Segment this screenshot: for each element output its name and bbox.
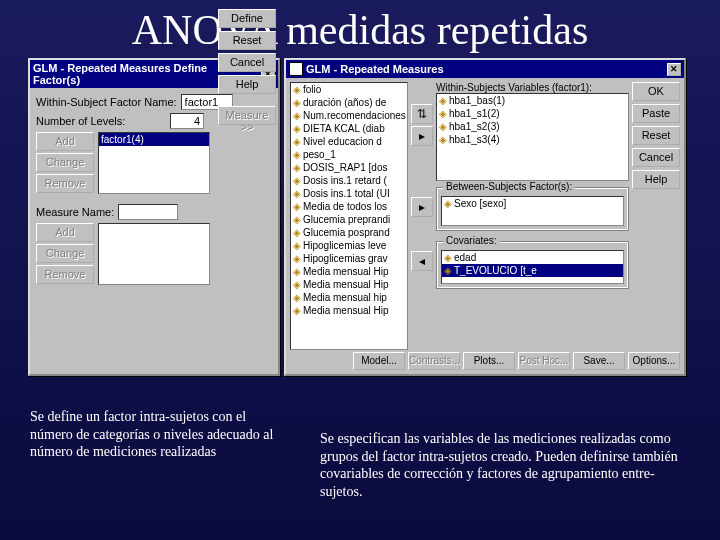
variable-icon: ◈ (293, 188, 301, 199)
cancel-button[interactable]: Cancel (218, 53, 276, 72)
list-item[interactable]: ◈Dosis ins.1 retard ( (291, 174, 407, 187)
variable-icon: ◈ (293, 149, 301, 160)
within-variables-listbox[interactable]: ◈hba1_bas(1)◈hba1_s1(2)◈hba1_s2(3)◈hba1_… (436, 93, 629, 181)
list-item[interactable]: ◈peso_1 (291, 148, 407, 161)
variable-icon: ◈ (293, 266, 301, 277)
list-item[interactable]: ◈Media mensual Hip (291, 265, 407, 278)
list-item[interactable]: ◈Hipoglicemias leve (291, 239, 407, 252)
variable-icon: ◈ (293, 305, 301, 316)
list-item[interactable]: ◈Media de todos los (291, 200, 407, 213)
measure-name-input[interactable] (118, 204, 178, 220)
list-item[interactable]: ◈Num.recomendaciones (291, 109, 407, 122)
factor-name-label: Within-Subject Factor Name: (36, 96, 177, 108)
variable-icon: ◈ (444, 252, 452, 263)
variable-icon: ◈ (444, 265, 452, 276)
posthoc-button[interactable]: Post Hoc... (518, 352, 570, 370)
variable-icon: ◈ (293, 123, 301, 134)
reset-button[interactable]: Reset (632, 126, 680, 145)
measure-expand-button[interactable]: Measure >> (218, 106, 276, 125)
variable-icon: ◈ (293, 279, 301, 290)
covariates-listbox[interactable]: ◈edad◈T_EVOLUCIO [t_e (441, 250, 624, 284)
add-measure-button[interactable]: Add (36, 223, 94, 242)
list-item[interactable]: ◈Dosis ins.1 total (UI (291, 187, 407, 200)
reset-button[interactable]: Reset (218, 31, 276, 50)
define-button[interactable]: Define (218, 9, 276, 28)
variable-icon: ◈ (293, 201, 301, 212)
help-button[interactable]: Help (632, 170, 680, 189)
between-variables-listbox[interactable]: ◈Sexo [sexo] (441, 196, 624, 226)
model-button[interactable]: Model... (353, 352, 405, 370)
variable-icon: ◈ (293, 214, 301, 225)
measure-name-label: Measure Name: (36, 206, 114, 218)
between-subjects-label: Between-Subjects Factor(s): (443, 181, 575, 192)
measures-listbox[interactable] (98, 223, 210, 285)
options-button[interactable]: Options... (628, 352, 680, 370)
variable-icon: ◈ (293, 240, 301, 251)
list-item[interactable]: ◈Glucemia preprandi (291, 213, 407, 226)
list-item[interactable]: ◈Hipoglicemias grav (291, 252, 407, 265)
remove-measure-button[interactable]: Remove (36, 265, 94, 284)
variable-icon: ◈ (293, 84, 301, 95)
ok-button[interactable]: OK (632, 82, 680, 101)
variable-icon: ◈ (293, 97, 301, 108)
move-covariate-icon[interactable]: ◂ (411, 251, 433, 271)
caption-left: Se define un factor intra-sujetos con el… (30, 408, 280, 461)
cancel-button[interactable]: Cancel (632, 148, 680, 167)
variable-icon: ◈ (293, 292, 301, 303)
list-item[interactable]: ◈folio (291, 83, 407, 96)
list-item[interactable]: ◈Glucemia posprand (291, 226, 407, 239)
list-item[interactable]: ◈duración (años) de (291, 96, 407, 109)
repeated-measures-dialog: GLM - Repeated Measures ✕ ◈folio◈duració… (284, 58, 686, 376)
plots-button[interactable]: Plots... (463, 352, 515, 370)
define-factors-dialog: GLM - Repeated Measures Define Factor(s)… (28, 58, 280, 376)
source-variables-listbox[interactable]: ◈folio◈duración (años) de◈Num.recomendac… (290, 82, 408, 350)
list-item[interactable]: ◈Media mensual Hip (291, 278, 407, 291)
list-item[interactable]: ◈Media mensual Hip (291, 304, 407, 317)
change-button[interactable]: Change (36, 153, 94, 172)
variable-icon: ◈ (439, 134, 447, 145)
variable-icon: ◈ (293, 175, 301, 186)
titlebar[interactable]: GLM - Repeated Measures ✕ (286, 60, 684, 78)
list-item[interactable]: ◈edad (442, 251, 623, 264)
contrasts-button[interactable]: Contrasts... (408, 352, 460, 370)
variable-icon: ◈ (293, 162, 301, 173)
list-item[interactable]: ◈DIETA KCAL (diab (291, 122, 407, 135)
swap-icon[interactable]: ⇅ (411, 104, 433, 124)
variable-icon: ◈ (293, 110, 301, 121)
system-icon (289, 62, 303, 76)
variable-icon: ◈ (439, 108, 447, 119)
slide-title: ANOVA medidas repetidas (0, 6, 720, 54)
within-subjects-label: Within-Subjects Variables (factor1): (436, 82, 629, 93)
list-item[interactable]: ◈hba1_s3(4) (437, 133, 628, 146)
variable-icon: ◈ (293, 136, 301, 147)
help-button[interactable]: Help (218, 75, 276, 94)
caption-right: Se especifican las variables de las medi… (320, 430, 690, 500)
variable-icon: ◈ (444, 198, 452, 209)
change-measure-button[interactable]: Change (36, 244, 94, 263)
list-item[interactable]: ◈DOSIS_RAP1 [dos (291, 161, 407, 174)
list-item[interactable]: factor1(4) (99, 133, 209, 146)
dialog-title: GLM - Repeated Measures (306, 63, 444, 75)
remove-button[interactable]: Remove (36, 174, 94, 193)
paste-button[interactable]: Paste (632, 104, 680, 123)
variable-icon: ◈ (439, 95, 447, 106)
move-between-icon[interactable]: ▸ (411, 197, 433, 217)
list-item[interactable]: ◈Sexo [sexo] (442, 197, 623, 210)
list-item[interactable]: ◈T_EVOLUCIO [t_e (442, 264, 623, 277)
list-item[interactable]: ◈hba1_s2(3) (437, 120, 628, 133)
move-right-icon[interactable]: ▸ (411, 126, 433, 146)
variable-icon: ◈ (293, 227, 301, 238)
list-item[interactable]: ◈Nivel educacion d (291, 135, 407, 148)
close-icon[interactable]: ✕ (667, 63, 681, 76)
list-item[interactable]: ◈Media mensual hip (291, 291, 407, 304)
save-button[interactable]: Save... (573, 352, 625, 370)
covariates-label: Covariates: (443, 235, 500, 246)
add-button[interactable]: Add (36, 132, 94, 151)
levels-label: Number of Levels: (36, 115, 166, 127)
list-item[interactable]: ◈hba1_s1(2) (437, 107, 628, 120)
variable-icon: ◈ (293, 253, 301, 264)
levels-input[interactable] (170, 113, 204, 129)
list-item[interactable]: ◈hba1_bas(1) (437, 94, 628, 107)
variable-icon: ◈ (439, 121, 447, 132)
factors-listbox[interactable]: factor1(4) (98, 132, 210, 194)
